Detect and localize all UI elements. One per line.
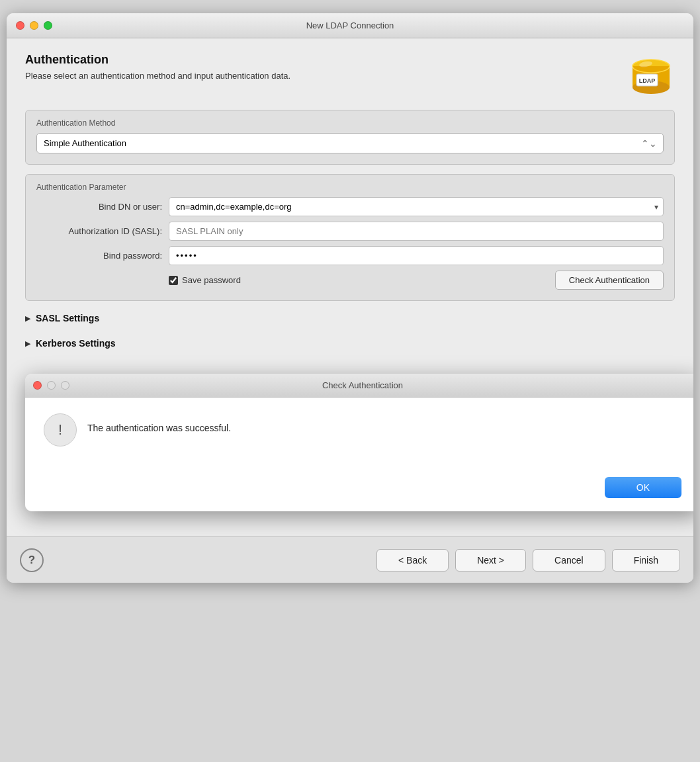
page-title: Authentication xyxy=(25,53,290,67)
kerberos-settings-label: Kerberos Settings xyxy=(36,338,116,349)
dialog-title-bar: Check Authentication xyxy=(25,374,693,398)
page-description: Please select an authentication method a… xyxy=(25,71,290,81)
ldap-icon: LDAP xyxy=(627,53,675,101)
save-password-text: Save password xyxy=(182,275,241,285)
bind-dn-label: Bind DN or user: xyxy=(36,202,162,212)
dialog-title: Check Authentication xyxy=(322,380,403,390)
sasl-settings-row[interactable]: ▶ SASL Settings xyxy=(25,310,675,326)
auth-param-grid: Bind DN or user: cn=admin,dc=example,dc=… xyxy=(36,197,664,290)
bind-password-input[interactable] xyxy=(169,246,664,265)
dialog-buttons: OK xyxy=(44,457,681,498)
header-text: Authentication Please select an authenti… xyxy=(25,53,290,81)
auth-method-label: Authentication Method xyxy=(36,118,664,128)
check-auth-button[interactable]: Check Authentication xyxy=(555,271,664,290)
main-window: New LDAP Connection Authentication Pleas… xyxy=(7,13,693,583)
dialog-close-button[interactable] xyxy=(33,381,42,390)
auth-id-label: Authorization ID (SASL): xyxy=(36,226,162,236)
dialog-body: ! The authentication was successful. OK xyxy=(25,398,693,511)
kerberos-arrow-icon: ▶ xyxy=(25,339,30,348)
save-password-label[interactable]: Save password xyxy=(169,275,241,285)
help-button[interactable]: ? xyxy=(20,548,44,572)
minimize-button[interactable] xyxy=(30,21,38,30)
auth-method-wrapper: Simple Authentication SASL Anonymous No … xyxy=(36,133,664,153)
main-content: Authentication Please select an authenti… xyxy=(7,38,693,536)
auth-param-label: Authentication Parameter xyxy=(36,183,664,192)
auth-method-section: Authentication Method Simple Authenticat… xyxy=(25,110,675,165)
window-controls xyxy=(16,21,52,30)
maximize-button[interactable] xyxy=(44,21,52,30)
dialog-message: The authentication was successful. xyxy=(87,413,231,433)
auth-param-section: Authentication Parameter Bind DN or user… xyxy=(25,174,675,301)
next-button[interactable]: Next > xyxy=(455,549,526,572)
dialog-min-button[interactable] xyxy=(47,381,56,390)
check-auth-dialog: Check Authentication ! The authenticatio… xyxy=(25,374,693,511)
bind-password-label: Bind password: xyxy=(36,251,162,261)
auth-id-input[interactable] xyxy=(169,222,664,241)
save-check-row: Save password Check Authentication xyxy=(169,271,664,290)
auth-method-select[interactable]: Simple Authentication SASL Anonymous No … xyxy=(36,133,664,153)
kerberos-settings-row[interactable]: ▶ Kerberos Settings xyxy=(25,335,675,351)
bind-dn-wrapper: cn=admin,dc=example,dc=org ▾ xyxy=(169,197,664,216)
sasl-settings-label: SASL Settings xyxy=(36,313,99,323)
close-button[interactable] xyxy=(16,21,24,30)
header-row: Authentication Please select an authenti… xyxy=(25,53,675,101)
bottom-nav-bar: ? < Back Next > Cancel Finish xyxy=(7,536,693,583)
dialog-message-row: ! The authentication was successful. xyxy=(44,413,681,446)
info-icon: ! xyxy=(44,413,77,446)
back-button[interactable]: < Back xyxy=(376,549,449,572)
bind-dn-select[interactable]: cn=admin,dc=example,dc=org xyxy=(169,197,664,216)
window-title: New LDAP Connection xyxy=(306,21,394,30)
svg-text:LDAP: LDAP xyxy=(639,77,656,84)
help-icon: ? xyxy=(28,554,35,567)
cancel-button[interactable]: Cancel xyxy=(533,549,605,572)
title-bar: New LDAP Connection xyxy=(7,13,693,38)
ok-button[interactable]: OK xyxy=(605,477,681,498)
dialog-window-controls xyxy=(33,381,69,390)
finish-button[interactable]: Finish xyxy=(612,549,680,572)
save-password-checkbox[interactable] xyxy=(169,276,178,285)
sasl-arrow-icon: ▶ xyxy=(25,314,30,323)
dialog-max-button[interactable] xyxy=(61,381,69,390)
